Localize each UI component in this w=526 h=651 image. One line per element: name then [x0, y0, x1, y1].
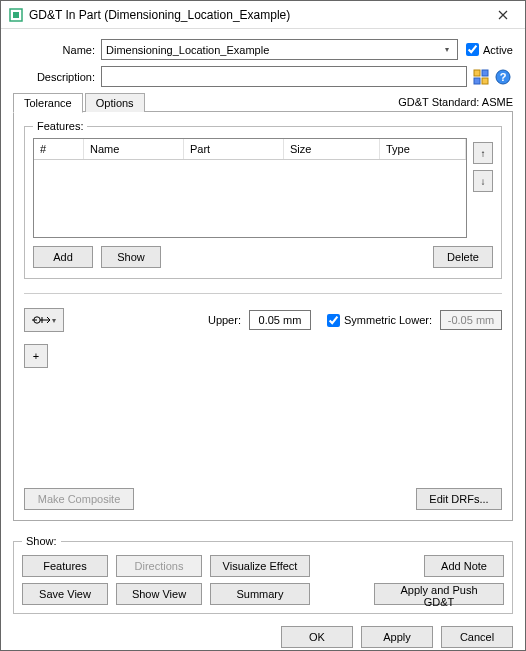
divider [24, 293, 502, 294]
gdt-standard-label: GD&T Standard: ASME [398, 96, 513, 112]
show-features-button[interactable]: Features [22, 555, 108, 577]
tolerance-page: Features: # Name Part Size Type ↑ [13, 112, 513, 521]
tab-tolerance[interactable]: Tolerance [13, 93, 83, 113]
app-icon [9, 8, 23, 22]
window-title: GD&T In Part (Dimensioning_Location_Exam… [29, 8, 483, 22]
directions-button: Directions [116, 555, 202, 577]
tolerance-row: ▾ Upper: Symmetric Lower: [24, 308, 502, 332]
summary-button[interactable]: Summary [210, 583, 310, 605]
name-label: Name: [13, 44, 101, 56]
move-down-button[interactable]: ↓ [473, 170, 493, 192]
active-checkbox-input[interactable] [466, 43, 479, 56]
visualize-effect-button[interactable]: Visualize Effect [210, 555, 310, 577]
show-view-button[interactable]: Show View [116, 583, 202, 605]
show-button[interactable]: Show [101, 246, 161, 268]
tabstrip: Tolerance Options GD&T Standard: ASME [13, 93, 513, 112]
col-part[interactable]: Part [184, 139, 284, 159]
symmetric-lower-label: Symmetric Lower: [344, 314, 432, 326]
tolerance-symbol-dropdown[interactable]: ▾ [24, 308, 64, 332]
titlebar: GD&T In Part (Dimensioning_Location_Exam… [1, 1, 525, 29]
svg-rect-4 [474, 78, 480, 84]
col-number[interactable]: # [34, 139, 84, 159]
svg-rect-3 [482, 70, 488, 76]
description-input[interactable] [101, 66, 467, 87]
svg-rect-2 [474, 70, 480, 76]
name-value: Dimensioning_Location_Example [106, 44, 269, 56]
chevron-down-icon: ▾ [439, 42, 455, 57]
col-name[interactable]: Name [84, 139, 184, 159]
name-combobox[interactable]: Dimensioning_Location_Example ▾ [101, 39, 458, 60]
ok-button[interactable]: OK [281, 626, 353, 648]
arrow-down-icon: ↓ [481, 176, 486, 187]
add-tolerance-button[interactable]: + [24, 344, 48, 368]
tab-options[interactable]: Options [85, 93, 145, 112]
svg-rect-1 [13, 12, 19, 18]
close-button[interactable] [483, 2, 523, 28]
lower-input [440, 310, 502, 330]
active-checkbox[interactable]: Active [466, 43, 513, 56]
save-view-button[interactable]: Save View [22, 583, 108, 605]
add-button[interactable]: Add [33, 246, 93, 268]
upper-input[interactable] [249, 310, 311, 330]
runout-icon [32, 313, 50, 327]
symmetric-lower-checkbox[interactable]: Symmetric Lower: [327, 314, 432, 327]
svg-text:?: ? [500, 71, 507, 83]
show-legend: Show: [22, 535, 61, 547]
col-type[interactable]: Type [380, 139, 466, 159]
arrow-up-icon: ↑ [481, 148, 486, 159]
features-legend: Features: [33, 120, 87, 132]
dialog-buttons: OK Apply Cancel [1, 622, 525, 651]
chevron-down-icon: ▾ [52, 316, 56, 325]
help-icon[interactable]: ? [493, 67, 513, 87]
svg-rect-5 [482, 78, 488, 84]
symmetric-lower-input[interactable] [327, 314, 340, 327]
grid-settings-icon[interactable] [471, 67, 491, 87]
features-group: Features: # Name Part Size Type ↑ [24, 120, 502, 279]
col-size[interactable]: Size [284, 139, 380, 159]
features-header: # Name Part Size Type [34, 139, 466, 160]
active-label: Active [483, 44, 513, 56]
apply-button[interactable]: Apply [361, 626, 433, 648]
form-area: Name: Dimensioning_Location_Example ▾ Ac… [1, 29, 525, 529]
add-note-button[interactable]: Add Note [424, 555, 504, 577]
apply-push-button[interactable]: Apply and Push GD&T [374, 583, 504, 605]
features-table[interactable]: # Name Part Size Type [33, 138, 467, 238]
plus-icon: + [33, 350, 39, 362]
delete-button[interactable]: Delete [433, 246, 493, 268]
make-composite-button: Make Composite [24, 488, 134, 510]
move-up-button[interactable]: ↑ [473, 142, 493, 164]
edit-drfs-button[interactable]: Edit DRFs... [416, 488, 502, 510]
upper-label: Upper: [208, 314, 241, 326]
cancel-button[interactable]: Cancel [441, 626, 513, 648]
description-label: Description: [13, 71, 101, 83]
show-group: Show: Features Save View Directions Show… [13, 535, 513, 614]
